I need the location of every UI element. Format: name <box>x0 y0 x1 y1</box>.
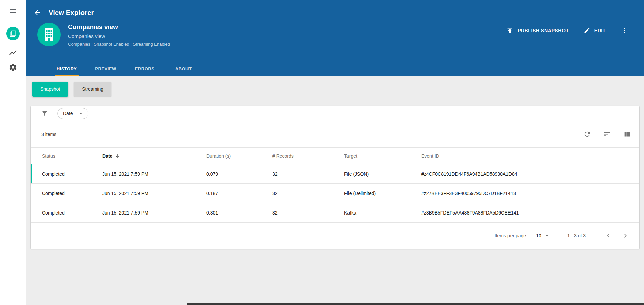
columns-icon[interactable] <box>624 131 631 138</box>
app-logo-icon[interactable] <box>6 27 20 40</box>
page-size-select[interactable]: 10 <box>536 233 550 238</box>
horizontal-scrollbar[interactable] <box>0 303 644 305</box>
previous-page-button[interactable] <box>604 232 612 240</box>
scrollbar-thumb[interactable] <box>187 303 644 305</box>
top-bar: View Explorer <box>26 0 644 19</box>
items-per-page-label: Items per page <box>495 233 526 238</box>
entity-info: Companies view Companies view Companies … <box>68 23 170 47</box>
hamburger-menu-icon[interactable] <box>9 7 17 15</box>
col-header-date-label: Date <box>102 153 112 159</box>
cell-records: 32 <box>272 191 344 196</box>
grid-toolbar-icons <box>583 130 631 138</box>
next-page-button[interactable] <box>621 232 629 240</box>
sort-arrow-down-icon <box>115 153 120 159</box>
cell-status: Completed <box>42 191 102 196</box>
edit-label: EDIT <box>594 28 606 33</box>
streaming-toggle-button[interactable]: Streaming <box>74 82 111 97</box>
col-header-date[interactable]: Date <box>102 153 206 159</box>
chevron-down-icon <box>544 233 550 238</box>
entity-meta: Companies | Snapshot Enabled | Streaming… <box>68 42 170 47</box>
items-count: 3 items <box>41 132 56 137</box>
filter-funnel-icon[interactable] <box>41 110 48 117</box>
paginator: Items per page 10 1 - 3 of 3 <box>31 223 639 249</box>
upload-icon <box>506 27 514 34</box>
col-header-event-id[interactable]: Event ID <box>421 153 639 159</box>
cell-event-id: #z3B9B5FDEF5AA488F9A88FDA5D6CEE141 <box>421 210 639 216</box>
tab-bar: HISTORY PREVIEW ERRORS ABOUT <box>26 61 644 76</box>
cell-records: 32 <box>272 171 344 177</box>
publish-snapshot-button[interactable]: PUBLISH SNAPSHOT <box>506 27 569 34</box>
table-header-row: Status Date Duration (s) # Records Targe… <box>31 147 639 164</box>
chevron-down-icon <box>78 110 84 116</box>
snapshot-toggle-button[interactable]: Snapshot <box>32 82 68 97</box>
entity-summary: Companies view Companies view Companies … <box>26 19 644 47</box>
col-header-target[interactable]: Target <box>344 153 421 159</box>
cell-target: File (Delimited) <box>344 191 421 196</box>
cell-target: Kafka <box>344 210 421 216</box>
tab-about[interactable]: ABOUT <box>164 61 203 76</box>
page-title: View Explorer <box>49 9 94 17</box>
cell-status: Completed <box>42 210 102 216</box>
refresh-icon[interactable] <box>583 130 591 138</box>
table-row[interactable]: Completed Jun 15, 2021 7:59 PM 0.187 32 … <box>31 184 639 203</box>
content-area: Snapshot Streaming Date 3 items <box>26 76 644 305</box>
left-sidebar <box>0 0 26 305</box>
app-root: View Explorer <box>0 0 644 305</box>
chevron-right-icon <box>621 232 629 240</box>
filter-bar: Date <box>31 106 639 121</box>
edit-button[interactable]: EDIT <box>584 27 606 34</box>
date-filter-label: Date <box>63 111 73 116</box>
cell-duration: 0.187 <box>206 191 272 196</box>
grid-toolbar: 3 items <box>31 121 639 147</box>
table-row[interactable]: Completed Jun 15, 2021 7:59 PM 0.079 32 … <box>31 164 639 184</box>
page-range: 1 - 3 of 3 <box>567 233 586 238</box>
tab-preview[interactable]: PREVIEW <box>86 61 125 76</box>
col-header-duration[interactable]: Duration (s) <box>206 153 272 159</box>
cell-date: Jun 15, 2021 7:59 PM <box>102 191 206 196</box>
tab-history[interactable]: HISTORY <box>47 61 86 76</box>
cell-target: File (JSON) <box>344 171 421 177</box>
history-card: Date 3 items <box>31 106 639 249</box>
history-mode-toggle: Snapshot Streaming <box>31 82 639 97</box>
publish-snapshot-label: PUBLISH SNAPSHOT <box>518 28 569 33</box>
entity-subtitle: Companies view <box>68 33 170 39</box>
date-filter-dropdown[interactable]: Date <box>57 108 88 119</box>
settings-gear-icon[interactable] <box>9 63 17 72</box>
chevron-left-icon <box>604 232 612 240</box>
page-header: View Explorer <box>26 0 644 76</box>
cell-duration: 0.301 <box>206 210 272 216</box>
tab-errors[interactable]: ERRORS <box>125 61 164 76</box>
col-header-status[interactable]: Status <box>42 153 102 159</box>
entity-title: Companies view <box>68 23 170 31</box>
back-arrow-icon[interactable] <box>33 9 41 17</box>
pencil-icon <box>584 27 590 34</box>
cell-event-id: #z27BEE3FF3E3F40059795DC7D1BF21413 <box>421 191 639 196</box>
cell-date: Jun 15, 2021 7:59 PM <box>102 171 206 177</box>
sort-icon[interactable] <box>603 130 611 138</box>
col-header-records[interactable]: # Records <box>272 153 344 159</box>
entity-avatar-building-icon <box>37 23 61 46</box>
table-row[interactable]: Completed Jun 15, 2021 7:59 PM 0.301 32 … <box>31 203 639 223</box>
line-chart-icon[interactable] <box>9 48 17 57</box>
cell-date: Jun 15, 2021 7:59 PM <box>102 210 206 216</box>
cell-status: Completed <box>42 171 102 177</box>
page-size-value: 10 <box>536 233 541 238</box>
cell-event-id: #z4CF0C8191DD44F6A94B1AD58930A1D84 <box>421 171 639 177</box>
cell-records: 32 <box>272 210 344 216</box>
kebab-menu-icon[interactable] <box>621 27 628 34</box>
cell-duration: 0.079 <box>206 171 272 177</box>
main-column: View Explorer <box>26 0 644 305</box>
header-actions: PUBLISH SNAPSHOT EDIT <box>506 23 628 34</box>
